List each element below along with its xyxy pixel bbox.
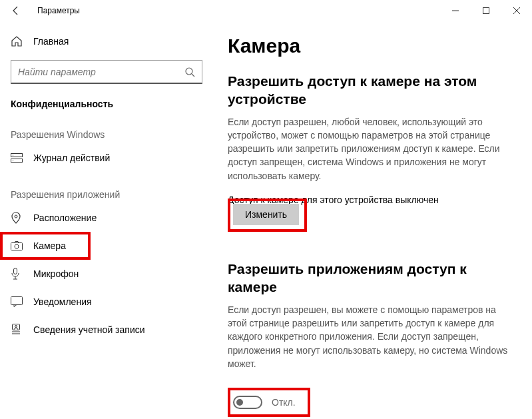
svg-point-12 <box>15 244 19 248</box>
search-icon <box>184 67 195 77</box>
minimize-button[interactable] <box>440 0 471 21</box>
sidebar-item-label: Микрофон <box>33 268 79 279</box>
page-title: Камера <box>228 35 512 57</box>
svg-point-18 <box>15 326 17 328</box>
sidebar-subhead-windows: Разрешения Windows <box>0 112 213 144</box>
sidebar-item-notifications[interactable]: Уведомления <box>0 288 213 316</box>
section-heading-device-access: Разрешить доступ к камере на этом устрой… <box>228 72 512 109</box>
sidebar-item-location[interactable]: Расположение <box>0 204 213 232</box>
back-button[interactable] <box>5 0 27 21</box>
search-input[interactable] <box>18 67 184 77</box>
camera-icon <box>11 241 24 250</box>
app-access-toggle[interactable] <box>233 396 262 409</box>
section-heading-app-access: Разрешить приложениям доступ к камере <box>228 260 512 296</box>
main-content: Камера Разрешить доступ к камере на этом… <box>213 21 532 419</box>
sidebar-subhead-apps: Разрешения приложений <box>0 172 213 204</box>
sidebar-item-label: Расположение <box>33 212 97 223</box>
highlight-box-change: Изменить <box>228 199 307 232</box>
sidebar-section-privacy: Конфиденциальность <box>0 84 213 112</box>
maximize-button[interactable] <box>471 0 501 21</box>
sidebar-item-label: Сведения учетной записи <box>33 324 145 335</box>
sidebar-item-label: Камера <box>33 240 66 251</box>
section-desc-app-access: Если доступ разрешен, вы можете с помощь… <box>228 303 512 370</box>
svg-point-10 <box>15 215 17 218</box>
microphone-icon <box>11 268 24 280</box>
location-icon <box>11 212 24 224</box>
sidebar-home-label: Главная <box>33 36 69 47</box>
sidebar: Главная Конфиденциальность Разрешения Wi… <box>0 21 213 419</box>
home-icon <box>11 35 24 47</box>
activity-icon <box>11 153 24 163</box>
sidebar-item-microphone[interactable]: Микрофон <box>0 260 213 288</box>
svg-rect-11 <box>11 243 23 250</box>
change-button[interactable]: Изменить <box>233 204 299 225</box>
titlebar: Параметры <box>0 0 532 21</box>
window-title: Параметры <box>37 6 80 15</box>
svg-rect-13 <box>14 268 17 274</box>
notifications-icon <box>11 296 24 307</box>
svg-rect-1 <box>483 8 489 14</box>
svg-rect-16 <box>11 297 23 305</box>
sidebar-item-activity-history[interactable]: Журнал действий <box>0 144 213 172</box>
sidebar-item-label: Уведомления <box>33 296 92 307</box>
toggle-label: Откл. <box>272 397 296 408</box>
sidebar-item-label: Журнал действий <box>33 153 110 163</box>
highlight-box-toggle: Откл. <box>228 388 310 417</box>
sidebar-item-account-info[interactable]: Сведения учетной записи <box>0 316 213 344</box>
close-button[interactable] <box>501 0 532 21</box>
sidebar-home[interactable]: Главная <box>0 28 213 55</box>
section-desc-device-access: Если доступ разрешен, любой человек, исп… <box>228 115 512 183</box>
toggle-knob <box>236 399 243 406</box>
sidebar-item-camera[interactable]: Камера <box>0 232 91 260</box>
account-icon <box>11 324 24 336</box>
search-box[interactable] <box>11 60 202 84</box>
svg-point-4 <box>186 68 192 75</box>
svg-line-5 <box>192 74 194 77</box>
